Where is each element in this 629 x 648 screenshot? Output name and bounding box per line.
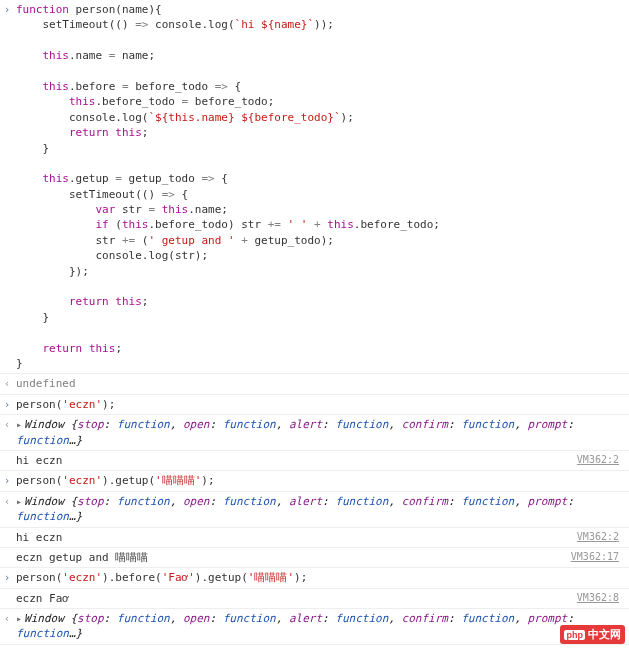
console-content: eczn Faơ [14, 591, 577, 606]
console-content: undefined [14, 376, 625, 391]
input-prompt-icon: › [0, 473, 14, 488]
watermark-badge: php 中文网 [560, 625, 625, 644]
console-content: hi eczn [14, 530, 577, 545]
output-prompt-icon: ‹ [0, 417, 14, 432]
source-link[interactable]: VM362:2 [577, 453, 625, 467]
console-content: ▸Window {stop: function, open: function,… [14, 611, 625, 642]
input-prompt-icon: › [0, 2, 14, 17]
console-content: eczn getup and 喵喵喵 [14, 550, 571, 565]
console-row[interactable]: ›person('eczn').before('Faơ').getup('喵喵喵… [0, 568, 629, 588]
expand-triangle-icon[interactable]: ▸ [16, 495, 22, 509]
output-prompt-icon: ‹ [0, 376, 14, 391]
expand-triangle-icon[interactable]: ▸ [16, 418, 22, 432]
source-link[interactable]: VM362:8 [577, 591, 625, 605]
console-content: ▸Window {stop: function, open: function,… [14, 417, 625, 448]
input-prompt-icon: › [0, 570, 14, 585]
console-content: person('eczn').before('Faơ').getup('喵喵喵'… [14, 570, 625, 585]
console-row: ‹undefined [0, 374, 629, 394]
console-row: hi ecznVM362:2 [0, 528, 629, 548]
console-row[interactable]: ‹▸Window {stop: function, open: function… [0, 415, 629, 451]
output-prompt-icon: ‹ [0, 494, 14, 509]
console-row[interactable]: ‹▸Window {stop: function, open: function… [0, 492, 629, 528]
console-row[interactable]: ›person('eczn').getup('喵喵喵'); [0, 471, 629, 491]
console-content: hi eczn [14, 453, 577, 468]
console-row[interactable]: ‹▸Window {stop: function, open: function… [0, 609, 629, 645]
console-row: hi ecznVM362:2 [0, 451, 629, 471]
source-link[interactable]: VM362:17 [571, 550, 625, 564]
console-content: person('eczn'); [14, 397, 625, 412]
source-link[interactable]: VM362:2 [577, 530, 625, 544]
console-input-row[interactable]: › function person(name){ setTimeout(() =… [0, 0, 629, 374]
expand-triangle-icon[interactable]: ▸ [16, 612, 22, 626]
console-content: person('eczn').getup('喵喵喵'); [14, 473, 625, 488]
code-block: function person(name){ setTimeout(() => … [14, 2, 625, 371]
console-row[interactable]: ›person('eczn'); [0, 395, 629, 415]
console-row: eczn getup and 喵喵喵VM362:17 [0, 548, 629, 568]
console-content: ▸Window {stop: function, open: function,… [14, 494, 625, 525]
output-prompt-icon: ‹ [0, 611, 14, 626]
console-row: eczn FaơVM362:8 [0, 589, 629, 609]
input-prompt-icon: › [0, 397, 14, 412]
